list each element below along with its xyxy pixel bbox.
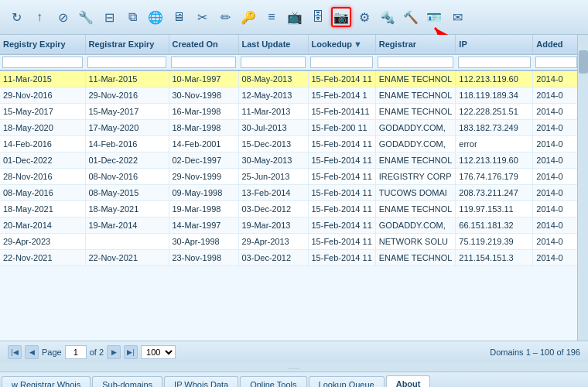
table-row[interactable]: 14-Feb-201614-Feb-201614-Feb-200115-Dec-… <box>0 136 577 152</box>
cell-last_update: 13-Feb-2014 <box>238 185 308 201</box>
cell-added: 2014-0 <box>533 169 577 185</box>
col-header-added: Added <box>533 35 577 54</box>
globe-icon[interactable]: 🌐 <box>145 7 166 27</box>
tab-lookup-queue[interactable]: Lookup Queue <box>309 376 385 387</box>
dots-separator: ..... <box>0 362 588 372</box>
table-row[interactable]: 18-May-202118-May-202119-Mar-199803-Dec-… <box>0 201 577 217</box>
tab-sub-domains[interactable]: Sub-domains <box>92 376 162 387</box>
cell-added: 2014-0 <box>533 201 577 217</box>
filter-input-added[interactable] <box>535 57 577 68</box>
settings-icon[interactable]: ⚙ <box>354 7 374 27</box>
cell-added: 2014-0 <box>533 250 577 266</box>
cell-lookedup: 15-Feb-2014 11 <box>308 70 375 87</box>
table-row[interactable]: 22-Nov-202122-Nov-202123-Nov-199803-Dec-… <box>0 250 577 266</box>
toolbar: ↻↑⊘🔧⊟⧉🌐🖥✂✏🔑≡📺🗄📷⚙🔩🔨🪪✉ <box>0 0 588 35</box>
up-icon[interactable]: ↑ <box>29 7 50 27</box>
filter-row <box>0 54 577 70</box>
camera-icon[interactable]: 📷 <box>331 7 351 27</box>
cell-registry_expiry: 08-May-2016 <box>0 185 85 201</box>
cell-registrar: ENAME TECHNOL <box>375 70 456 87</box>
cell-ip: 176.74.176.179 <box>456 169 533 185</box>
page-input[interactable] <box>65 345 87 359</box>
cell-added: 2014-0 <box>533 70 577 87</box>
page-label: Page <box>42 348 62 357</box>
cell-lookedup: 15-Feb-2014 11 <box>308 136 375 152</box>
cell-created_on: 14-Feb-2001 <box>169 136 238 152</box>
cell-added: 2014-0 <box>533 217 577 234</box>
filter-cell-ip <box>456 54 533 70</box>
gear2-icon[interactable]: 🔩 <box>378 7 398 27</box>
cell-created_on: 30-Nov-1998 <box>169 87 238 104</box>
cell-last_update: 12-May-2013 <box>238 87 308 104</box>
tab-ip-whois-data[interactable]: IP Whois Data <box>164 376 238 387</box>
filter-input-registry_expiry[interactable] <box>2 57 83 68</box>
col-header-lookedup[interactable]: Lookedup▼ <box>308 35 375 54</box>
cell-lookedup: 15-Feb-2014 11 <box>308 152 375 169</box>
cell-registrar_expiry: 22-Nov-2021 <box>85 250 169 266</box>
filter-input-registrar_expiry[interactable] <box>87 57 166 68</box>
table-row[interactable]: 29-Apr-202330-Apr-199829-Apr-201315-Feb-… <box>0 234 577 250</box>
first-page-btn[interactable]: |◀ <box>8 345 22 359</box>
cell-lookedup: 15-Feb-2014 11 <box>308 201 375 217</box>
filter-input-ip[interactable] <box>458 57 531 68</box>
last-page-btn[interactable]: ▶| <box>124 345 138 359</box>
cell-registrar_expiry: 14-Feb-2016 <box>85 136 169 152</box>
cell-registrar: ENAME TECHNOL <box>375 201 456 217</box>
cell-registrar: TUCOWS DOMAI <box>375 185 456 201</box>
filter-input-last_update[interactable] <box>241 57 306 68</box>
col-header-registry_expiry: Registry Expiry <box>0 35 85 54</box>
page-size-select[interactable]: 100 50 25 <box>141 345 176 359</box>
tools-icon[interactable]: 🔧 <box>76 7 96 27</box>
tab-about[interactable]: About <box>386 375 431 387</box>
table-row[interactable]: 11-Mar-201511-Mar-201510-Mar-199708-May-… <box>0 70 577 87</box>
table-row[interactable]: 20-Mar-201419-Mar-201414-Mar-199719-Mar-… <box>0 217 577 234</box>
cell-ip: 183.182.73.249 <box>456 120 533 136</box>
cell-last_update: 25-Jun-2013 <box>238 169 308 185</box>
filter-input-registrar[interactable] <box>378 57 453 68</box>
filter-input-created_on[interactable] <box>171 57 236 68</box>
cell-created_on: 16-Mar-1998 <box>169 104 238 120</box>
table-row[interactable]: 28-Nov-201608-Nov-201629-Nov-199925-Jun-… <box>0 169 577 185</box>
cell-lookedup: 15-Feb-2014 11 <box>308 250 375 266</box>
cell-ip: 208.73.211.247 <box>456 185 533 201</box>
table-row[interactable]: 01-Dec-202201-Dec-202202-Dec-199730-May-… <box>0 152 577 169</box>
table-row[interactable]: 29-Nov-201629-Nov-201630-Nov-199812-May-… <box>0 87 577 104</box>
cell-lookedup: 15-Feb-201411 <box>308 104 375 120</box>
table-row[interactable]: 08-May-201608-May-201509-May-199813-Feb-… <box>0 185 577 201</box>
wrench-icon[interactable]: 🔨 <box>401 7 421 27</box>
cell-last_update: 29-Apr-2013 <box>238 234 308 250</box>
cell-ip: 112.213.119.60 <box>456 152 533 169</box>
cell-last_update: 15-Dec-2013 <box>238 136 308 152</box>
cell-added: 2014-0 <box>533 120 577 136</box>
stop-icon[interactable]: ⊘ <box>53 7 73 27</box>
next-page-btn[interactable]: ▶ <box>107 345 121 359</box>
refresh-icon[interactable]: ↻ <box>6 7 26 27</box>
prev-page-btn[interactable]: ◀ <box>25 345 39 359</box>
card-icon[interactable]: 🪪 <box>424 7 444 27</box>
monitor-icon[interactable]: 🖥 <box>169 7 189 27</box>
filter-cell-registrar <box>375 54 456 70</box>
cell-registrar: NETWORK SOLU <box>375 234 456 250</box>
table-row[interactable]: 15-May-201715-May-201716-Mar-199811-Mar-… <box>0 104 577 120</box>
filter-input-lookedup[interactable] <box>310 57 373 68</box>
cell-ip: 118.119.189.34 <box>456 87 533 104</box>
scissors-icon[interactable]: ✂ <box>192 7 212 27</box>
db-icon[interactable]: 🗄 <box>308 7 328 27</box>
cell-registrar_expiry: 01-Dec-2022 <box>85 152 169 169</box>
list-icon[interactable]: ≡ <box>262 7 282 27</box>
email-icon[interactable]: ✉ <box>447 7 467 27</box>
table-row[interactable]: 18-May-202017-May-202018-Mar-199830-Jul-… <box>0 120 577 136</box>
tab-online-tools[interactable]: Online Tools <box>240 376 306 387</box>
pagination-controls: |◀ ◀ Page of 2 ▶ ▶| 100 50 25 <box>8 345 176 359</box>
pagination-bar: |◀ ◀ Page of 2 ▶ ▶| 100 50 25 Domains 1 … <box>0 341 588 362</box>
edit-icon[interactable]: ✏ <box>215 7 235 27</box>
tab-new-registrar-whois[interactable]: w Registrar Whois <box>2 376 91 387</box>
scrollbar-thumb[interactable] <box>579 50 588 74</box>
scrollbar[interactable] <box>577 35 588 341</box>
copy-icon[interactable]: ⧉ <box>122 7 142 27</box>
cell-ip: 119.97.153.11 <box>456 201 533 217</box>
cell-lookedup: 15-Feb-2014 11 <box>308 185 375 201</box>
key-icon[interactable]: 🔑 <box>238 7 258 27</box>
screen-icon[interactable]: 📺 <box>285 7 305 27</box>
window-icon[interactable]: ⊟ <box>99 7 119 27</box>
